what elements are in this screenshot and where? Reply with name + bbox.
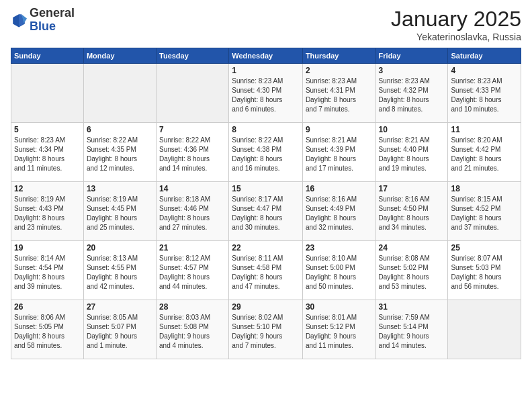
col-sunday: Sunday	[11, 48, 84, 64]
week-row-4: 19Sunrise: 8:14 AM Sunset: 4:54 PM Dayli…	[11, 241, 521, 300]
day-detail: Sunrise: 8:23 AM Sunset: 4:32 PM Dayligh…	[379, 77, 445, 114]
day-number: 15	[232, 184, 300, 193]
day-number: 10	[379, 125, 445, 134]
day-detail: Sunrise: 8:16 AM Sunset: 4:49 PM Dayligh…	[306, 195, 373, 232]
col-friday: Friday	[375, 48, 448, 64]
day-number: 22	[232, 243, 300, 253]
day-cell: 21Sunrise: 8:12 AM Sunset: 4:57 PM Dayli…	[157, 241, 229, 300]
day-detail: Sunrise: 8:12 AM Sunset: 4:57 PM Dayligh…	[159, 254, 226, 291]
day-number: 12	[14, 184, 81, 193]
week-row-3: 12Sunrise: 8:19 AM Sunset: 4:43 PM Dayli…	[11, 182, 521, 241]
day-number: 27	[87, 302, 153, 312]
day-number: 21	[159, 243, 226, 253]
day-cell: 8Sunrise: 8:22 AM Sunset: 4:38 PM Daylig…	[229, 123, 303, 182]
day-cell: 31Sunrise: 7:59 AM Sunset: 5:14 PM Dayli…	[375, 300, 448, 359]
day-cell: 23Sunrise: 8:10 AM Sunset: 5:00 PM Dayli…	[302, 241, 375, 300]
logo-icon	[11, 12, 27, 28]
day-cell: 12Sunrise: 8:19 AM Sunset: 4:43 PM Dayli…	[11, 182, 84, 241]
col-thursday: Thursday	[302, 48, 375, 64]
day-number: 25	[451, 243, 518, 253]
day-number: 18	[451, 184, 518, 193]
day-number: 3	[379, 66, 445, 75]
day-cell: 7Sunrise: 8:22 AM Sunset: 4:36 PM Daylig…	[157, 123, 229, 182]
day-detail: Sunrise: 8:23 AM Sunset: 4:31 PM Dayligh…	[306, 77, 373, 114]
day-cell: 27Sunrise: 8:05 AM Sunset: 5:07 PM Dayli…	[83, 300, 156, 359]
day-cell: 24Sunrise: 8:08 AM Sunset: 5:02 PM Dayli…	[375, 241, 448, 300]
day-cell: 30Sunrise: 8:01 AM Sunset: 5:12 PM Dayli…	[302, 300, 375, 359]
col-monday: Monday	[83, 48, 156, 64]
calendar-table: Sunday Monday Tuesday Wednesday Thursday…	[11, 48, 521, 359]
day-detail: Sunrise: 8:19 AM Sunset: 4:45 PM Dayligh…	[87, 195, 153, 232]
day-number: 9	[306, 125, 373, 134]
day-detail: Sunrise: 8:17 AM Sunset: 4:47 PM Dayligh…	[232, 195, 300, 232]
day-detail: Sunrise: 8:21 AM Sunset: 4:40 PM Dayligh…	[379, 136, 445, 173]
day-number: 7	[159, 125, 226, 134]
col-saturday: Saturday	[448, 48, 521, 64]
day-cell: 4Sunrise: 8:23 AM Sunset: 4:33 PM Daylig…	[448, 64, 521, 123]
day-cell: 11Sunrise: 8:20 AM Sunset: 4:42 PM Dayli…	[448, 123, 521, 182]
day-number: 14	[159, 184, 226, 193]
day-detail: Sunrise: 8:02 AM Sunset: 5:10 PM Dayligh…	[232, 313, 300, 351]
day-cell: 6Sunrise: 8:22 AM Sunset: 4:35 PM Daylig…	[83, 123, 156, 182]
day-number: 1	[232, 66, 300, 75]
page: General Blue January 2025 Yekaterinoslav…	[0, 0, 532, 411]
day-detail: Sunrise: 8:14 AM Sunset: 4:54 PM Dayligh…	[14, 254, 81, 291]
day-detail: Sunrise: 8:11 AM Sunset: 4:58 PM Dayligh…	[232, 254, 300, 291]
day-cell: 9Sunrise: 8:21 AM Sunset: 4:39 PM Daylig…	[302, 123, 375, 182]
day-detail: Sunrise: 7:59 AM Sunset: 5:14 PM Dayligh…	[379, 313, 445, 351]
day-number: 11	[451, 125, 518, 134]
day-detail: Sunrise: 8:23 AM Sunset: 4:33 PM Dayligh…	[451, 77, 518, 114]
week-row-5: 26Sunrise: 8:06 AM Sunset: 5:05 PM Dayli…	[11, 300, 521, 359]
day-cell: 22Sunrise: 8:11 AM Sunset: 4:58 PM Dayli…	[229, 241, 303, 300]
day-cell: 26Sunrise: 8:06 AM Sunset: 5:05 PM Dayli…	[11, 300, 84, 359]
day-number: 24	[379, 243, 445, 253]
day-number: 16	[306, 184, 373, 193]
calendar-body: 1Sunrise: 8:23 AM Sunset: 4:30 PM Daylig…	[11, 64, 521, 359]
week-row-2: 5Sunrise: 8:23 AM Sunset: 4:34 PM Daylig…	[11, 123, 521, 182]
header: General Blue January 2025 Yekaterinoslav…	[11, 7, 521, 42]
day-detail: Sunrise: 8:22 AM Sunset: 4:35 PM Dayligh…	[87, 136, 153, 173]
day-detail: Sunrise: 8:06 AM Sunset: 5:05 PM Dayligh…	[14, 313, 81, 351]
day-detail: Sunrise: 8:22 AM Sunset: 4:38 PM Dayligh…	[232, 136, 300, 173]
day-number: 2	[306, 66, 373, 75]
calendar-header: Sunday Monday Tuesday Wednesday Thursday…	[11, 48, 521, 64]
day-number: 26	[14, 302, 81, 312]
month-title: January 2025	[391, 7, 521, 32]
day-cell: 20Sunrise: 8:13 AM Sunset: 4:55 PM Dayli…	[83, 241, 156, 300]
day-number: 6	[87, 125, 153, 134]
day-cell: 29Sunrise: 8:02 AM Sunset: 5:10 PM Dayli…	[229, 300, 303, 359]
day-detail: Sunrise: 8:19 AM Sunset: 4:43 PM Dayligh…	[14, 195, 81, 232]
day-detail: Sunrise: 8:23 AM Sunset: 4:30 PM Dayligh…	[232, 77, 300, 114]
day-cell	[83, 64, 156, 123]
day-detail: Sunrise: 8:16 AM Sunset: 4:50 PM Dayligh…	[379, 195, 445, 232]
day-detail: Sunrise: 8:15 AM Sunset: 4:52 PM Dayligh…	[451, 195, 518, 232]
day-cell: 18Sunrise: 8:15 AM Sunset: 4:52 PM Dayli…	[448, 182, 521, 241]
header-row: Sunday Monday Tuesday Wednesday Thursday…	[11, 48, 521, 64]
title-block: January 2025 Yekaterinoslavka, Russia	[391, 7, 521, 42]
day-detail: Sunrise: 8:21 AM Sunset: 4:39 PM Dayligh…	[306, 136, 373, 173]
day-number: 29	[232, 302, 300, 312]
day-detail: Sunrise: 8:03 AM Sunset: 5:08 PM Dayligh…	[159, 313, 226, 351]
day-detail: Sunrise: 8:05 AM Sunset: 5:07 PM Dayligh…	[87, 313, 153, 351]
day-cell: 14Sunrise: 8:18 AM Sunset: 4:46 PM Dayli…	[157, 182, 229, 241]
day-detail: Sunrise: 8:01 AM Sunset: 5:12 PM Dayligh…	[306, 313, 373, 351]
day-cell: 10Sunrise: 8:21 AM Sunset: 4:40 PM Dayli…	[375, 123, 448, 182]
day-cell: 5Sunrise: 8:23 AM Sunset: 4:34 PM Daylig…	[11, 123, 84, 182]
logo: General Blue	[11, 7, 75, 34]
day-cell: 15Sunrise: 8:17 AM Sunset: 4:47 PM Dayli…	[229, 182, 303, 241]
day-cell: 1Sunrise: 8:23 AM Sunset: 4:30 PM Daylig…	[229, 64, 303, 123]
day-cell	[448, 300, 521, 359]
day-cell: 16Sunrise: 8:16 AM Sunset: 4:49 PM Dayli…	[302, 182, 375, 241]
day-number: 31	[379, 302, 445, 312]
week-row-1: 1Sunrise: 8:23 AM Sunset: 4:30 PM Daylig…	[11, 64, 521, 123]
day-cell: 17Sunrise: 8:16 AM Sunset: 4:50 PM Dayli…	[375, 182, 448, 241]
day-detail: Sunrise: 8:23 AM Sunset: 4:34 PM Dayligh…	[14, 136, 81, 173]
day-detail: Sunrise: 8:13 AM Sunset: 4:55 PM Dayligh…	[87, 254, 153, 291]
day-number: 19	[14, 243, 81, 253]
day-cell: 28Sunrise: 8:03 AM Sunset: 5:08 PM Dayli…	[157, 300, 229, 359]
day-cell: 19Sunrise: 8:14 AM Sunset: 4:54 PM Dayli…	[11, 241, 84, 300]
day-cell	[11, 64, 84, 123]
day-number: 13	[87, 184, 153, 193]
day-detail: Sunrise: 8:08 AM Sunset: 5:02 PM Dayligh…	[379, 254, 445, 291]
day-number: 4	[451, 66, 518, 75]
